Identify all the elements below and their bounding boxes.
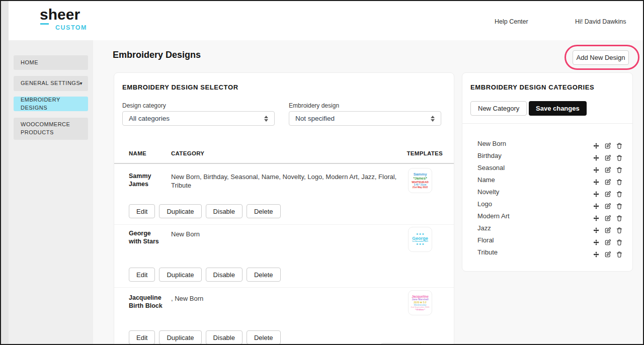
edit-button[interactable]: Edit <box>129 268 155 282</box>
logo[interactable]: sheer CUSTOM <box>40 7 95 31</box>
delete-icon[interactable] <box>616 239 623 246</box>
design-template-thumbnail[interactable]: Sammy*James*WHITEHEAD3.40 * 21cm21st May… <box>408 168 432 193</box>
design-category-select[interactable]: All categories <box>122 111 275 126</box>
edit-icon[interactable] <box>604 251 611 258</box>
move-icon[interactable] <box>593 215 600 222</box>
help-center-link[interactable]: Help Center <box>495 18 528 25</box>
edit-icon[interactable] <box>604 191 611 198</box>
delete-icon[interactable] <box>616 203 623 210</box>
edit-icon[interactable] <box>604 215 611 222</box>
move-icon[interactable] <box>593 251 600 258</box>
delete-icon[interactable] <box>616 166 623 174</box>
table-header-divider <box>114 163 454 164</box>
edit-icon[interactable] <box>604 179 611 186</box>
duplicate-button[interactable]: Duplicate <box>159 204 201 218</box>
disable-button[interactable]: Disable <box>206 268 243 282</box>
category-row: Floral <box>462 234 632 246</box>
edit-button[interactable]: Edit <box>129 204 155 218</box>
logo-text: sheer <box>40 7 95 22</box>
disable-button[interactable]: Disable <box>206 330 243 344</box>
row-actions: EditDuplicateDisableDelete <box>129 330 281 344</box>
move-icon[interactable] <box>593 142 600 149</box>
category-actions <box>593 203 623 210</box>
design-name: Jacqueline Birth Block <box>129 294 163 310</box>
embroidery-design-select[interactable]: Not specified <box>289 111 441 126</box>
edit-icon[interactable] <box>604 166 611 174</box>
category-actions <box>593 191 623 198</box>
chevron-down-icon: ▾ <box>79 80 83 88</box>
category-actions <box>593 179 623 186</box>
category-row: Name <box>462 174 632 186</box>
category-row: Tribute <box>462 246 632 258</box>
design-categories: New Born <box>171 230 403 239</box>
logo-underline <box>40 23 49 25</box>
sidebar-item-home[interactable]: HOME <box>14 55 88 70</box>
row-actions: EditDuplicateDisableDelete <box>129 268 281 282</box>
save-changes-button[interactable]: Save changes <box>529 101 587 116</box>
edit-button[interactable]: Edit <box>129 330 155 344</box>
row-divider <box>114 224 454 225</box>
sidebar-item-woocommerce-products[interactable]: WOOCOMMERCE PRODUCTS <box>14 118 88 140</box>
column-header-templates: TEMPLATES <box>407 150 443 156</box>
move-icon[interactable] <box>593 239 600 246</box>
move-icon[interactable] <box>593 191 600 198</box>
delete-icon[interactable] <box>616 179 623 186</box>
delete-icon[interactable] <box>616 142 623 149</box>
user-greeting[interactable]: Hi! David Dawkins <box>575 18 626 25</box>
category-name: Name <box>477 176 593 184</box>
sidebar-item-label: EMBROIDERY DESIGNS <box>21 96 81 112</box>
move-icon[interactable] <box>593 166 600 174</box>
duplicate-button[interactable]: Duplicate <box>159 330 201 344</box>
design-categories: , New Born <box>171 295 403 303</box>
delete-icon[interactable] <box>616 215 623 222</box>
edit-icon[interactable] <box>604 203 611 210</box>
move-icon[interactable] <box>593 179 600 186</box>
move-icon[interactable] <box>593 227 600 234</box>
delete-icon[interactable] <box>616 154 623 161</box>
category-actions <box>593 142 623 149</box>
sidebar: HOME GENERAL SETTINGS ▾ EMBROIDERY DESIG… <box>9 40 93 344</box>
new-category-button[interactable]: New Category <box>470 101 527 116</box>
edit-icon[interactable] <box>604 239 611 246</box>
row-actions: EditDuplicateDisableDelete <box>129 204 281 218</box>
category-name: Jazz <box>477 224 593 232</box>
category-name: New Born <box>477 140 593 147</box>
move-icon[interactable] <box>593 154 600 161</box>
category-row: Seasonal <box>462 161 632 174</box>
sidebar-item-general-settings[interactable]: GENERAL SETTINGS ▾ <box>14 76 88 91</box>
delete-icon[interactable] <box>616 227 623 234</box>
design-template-thumbnail[interactable]: JacquelineJane Marshall2020 ❀ 5:2Wednesd… <box>408 290 432 315</box>
move-icon[interactable] <box>593 203 600 210</box>
sidebar-item-label: WOOCOMMERCE PRODUCTS <box>21 121 81 137</box>
partially-visible-button[interactable] <box>380 343 422 345</box>
design-template-thumbnail[interactable]: ★ ★ ★George1st November 2021★ ★ ★ <box>408 227 432 252</box>
category-name: Novelty <box>477 188 593 196</box>
delete-button[interactable]: Delete <box>247 330 281 344</box>
disable-button[interactable]: Disable <box>206 204 243 218</box>
category-row: Jazz <box>462 222 632 234</box>
column-header-category: CATEGORY <box>171 150 204 156</box>
delete-icon[interactable] <box>616 251 623 258</box>
category-name: Logo <box>477 200 593 208</box>
delete-button[interactable]: Delete <box>247 268 281 282</box>
category-name: Tribute <box>477 248 593 256</box>
add-new-design-button[interactable]: Add New Design <box>573 50 629 65</box>
edit-icon[interactable] <box>604 227 611 234</box>
edit-icon[interactable] <box>604 142 611 149</box>
delete-button[interactable]: Delete <box>247 204 281 218</box>
delete-icon[interactable] <box>616 191 623 198</box>
design-name: Sammy James <box>129 172 163 188</box>
panel-divider <box>462 123 632 124</box>
category-name: Birthday <box>477 152 593 159</box>
category-actions <box>593 239 623 246</box>
logo-subtext: CUSTOM <box>55 24 95 31</box>
duplicate-button[interactable]: Duplicate <box>159 268 201 282</box>
category-row: Novelty <box>462 186 632 198</box>
category-row: Modern Art <box>462 210 632 222</box>
edit-icon[interactable] <box>604 154 611 161</box>
category-row: Birthday <box>462 149 632 161</box>
category-actions <box>593 154 623 161</box>
category-actions <box>593 251 623 258</box>
row-divider <box>114 287 454 288</box>
sidebar-item-embroidery-designs[interactable]: EMBROIDERY DESIGNS <box>14 97 88 111</box>
